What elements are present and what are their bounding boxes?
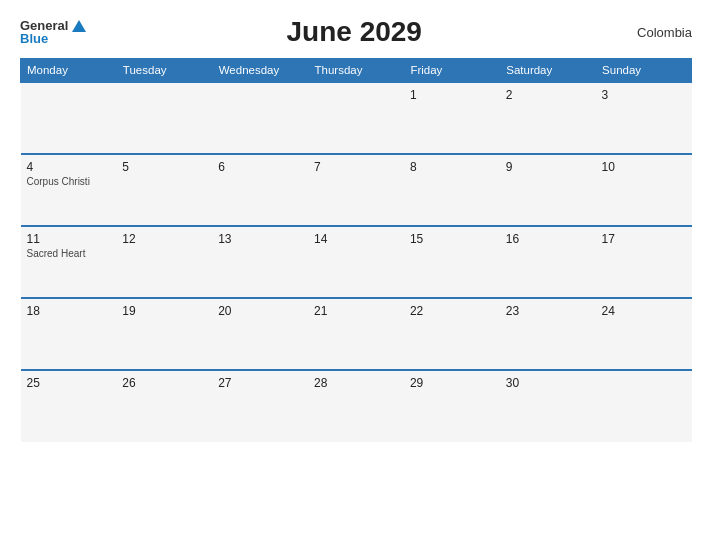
table-row: 22 — [404, 298, 500, 370]
table-row: 6 — [212, 154, 308, 226]
calendar-table: Monday Tuesday Wednesday Thursday Friday… — [20, 58, 692, 442]
day-number: 16 — [506, 232, 590, 246]
table-row: 7 — [308, 154, 404, 226]
day-number: 10 — [602, 160, 686, 174]
day-number: 6 — [218, 160, 302, 174]
day-number: 4 — [27, 160, 111, 174]
day-number: 18 — [27, 304, 111, 318]
country-label: Colombia — [622, 25, 692, 40]
table-row: 16 — [500, 226, 596, 298]
day-number: 5 — [122, 160, 206, 174]
table-row: 14 — [308, 226, 404, 298]
header: General Blue June 2029 Colombia — [20, 16, 692, 48]
logo: General Blue — [20, 19, 86, 45]
day-number: 23 — [506, 304, 590, 318]
calendar-week-row: 18192021222324 — [21, 298, 692, 370]
day-number: 30 — [506, 376, 590, 390]
day-number: 13 — [218, 232, 302, 246]
table-row — [308, 82, 404, 154]
calendar-title: June 2029 — [86, 16, 622, 48]
table-row: 28 — [308, 370, 404, 442]
logo-triangle-icon — [72, 20, 86, 32]
day-number: 1 — [410, 88, 494, 102]
table-row: 19 — [116, 298, 212, 370]
day-number: 15 — [410, 232, 494, 246]
calendar-header-row: Monday Tuesday Wednesday Thursday Friday… — [21, 59, 692, 83]
col-tuesday: Tuesday — [116, 59, 212, 83]
day-number: 14 — [314, 232, 398, 246]
day-number: 17 — [602, 232, 686, 246]
table-row: 20 — [212, 298, 308, 370]
day-number: 22 — [410, 304, 494, 318]
table-row: 8 — [404, 154, 500, 226]
table-row: 18 — [21, 298, 117, 370]
calendar-week-row: 123 — [21, 82, 692, 154]
table-row: 26 — [116, 370, 212, 442]
col-thursday: Thursday — [308, 59, 404, 83]
table-row: 1 — [404, 82, 500, 154]
table-row: 29 — [404, 370, 500, 442]
col-monday: Monday — [21, 59, 117, 83]
table-row: 5 — [116, 154, 212, 226]
table-row: 3 — [596, 82, 692, 154]
table-row — [212, 82, 308, 154]
table-row: 15 — [404, 226, 500, 298]
calendar-week-row: 11Sacred Heart121314151617 — [21, 226, 692, 298]
day-number: 8 — [410, 160, 494, 174]
event-label: Corpus Christi — [27, 176, 111, 187]
calendar-week-row: 252627282930 — [21, 370, 692, 442]
col-wednesday: Wednesday — [212, 59, 308, 83]
day-number: 9 — [506, 160, 590, 174]
table-row: 9 — [500, 154, 596, 226]
table-row: 17 — [596, 226, 692, 298]
table-row: 21 — [308, 298, 404, 370]
table-row: 2 — [500, 82, 596, 154]
table-row — [116, 82, 212, 154]
day-number: 27 — [218, 376, 302, 390]
day-number: 20 — [218, 304, 302, 318]
table-row: 10 — [596, 154, 692, 226]
table-row: 24 — [596, 298, 692, 370]
table-row — [21, 82, 117, 154]
col-friday: Friday — [404, 59, 500, 83]
day-number: 12 — [122, 232, 206, 246]
day-number: 29 — [410, 376, 494, 390]
table-row: 25 — [21, 370, 117, 442]
event-label: Sacred Heart — [27, 248, 111, 259]
table-row — [596, 370, 692, 442]
table-row: 27 — [212, 370, 308, 442]
table-row: 11Sacred Heart — [21, 226, 117, 298]
logo-blue-text: Blue — [20, 32, 86, 45]
table-row: 30 — [500, 370, 596, 442]
day-number: 2 — [506, 88, 590, 102]
col-saturday: Saturday — [500, 59, 596, 83]
table-row: 12 — [116, 226, 212, 298]
day-number: 24 — [602, 304, 686, 318]
table-row: 13 — [212, 226, 308, 298]
col-sunday: Sunday — [596, 59, 692, 83]
day-number: 19 — [122, 304, 206, 318]
table-row: 4Corpus Christi — [21, 154, 117, 226]
day-number: 25 — [27, 376, 111, 390]
day-number: 7 — [314, 160, 398, 174]
day-number: 28 — [314, 376, 398, 390]
day-number: 21 — [314, 304, 398, 318]
day-number: 11 — [27, 232, 111, 246]
day-number: 26 — [122, 376, 206, 390]
day-number: 3 — [602, 88, 686, 102]
table-row: 23 — [500, 298, 596, 370]
calendar-week-row: 4Corpus Christi5678910 — [21, 154, 692, 226]
page: General Blue June 2029 Colombia Monday T… — [0, 0, 712, 550]
